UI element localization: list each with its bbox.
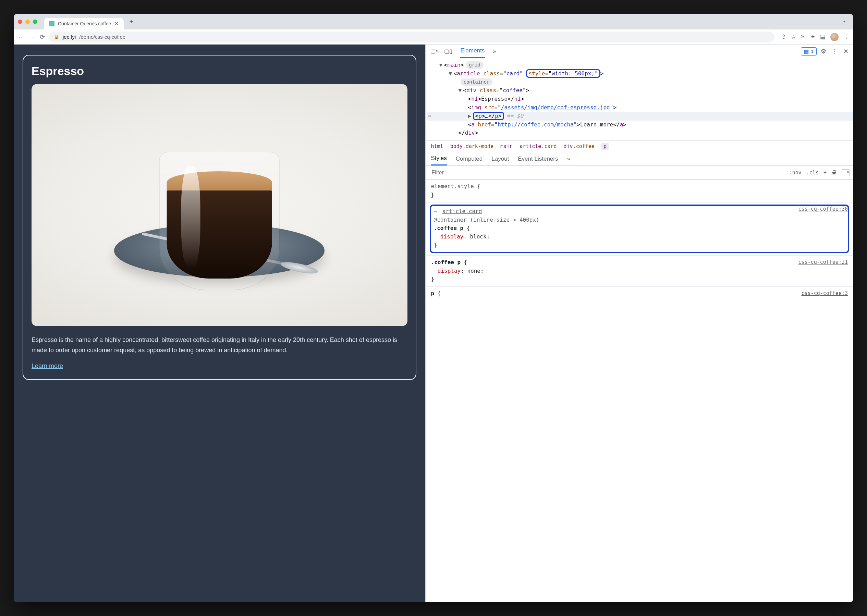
- devtools-tabs: Elements »: [460, 44, 797, 58]
- styles-filter-input[interactable]: [431, 169, 784, 176]
- kebab-menu-icon[interactable]: ⋮: [832, 48, 838, 55]
- devtools-toolbar: ⬚↖ ▢▯ Elements » ▤ 1 ⚙ ⋮ ✕: [426, 44, 854, 58]
- styles-tabs-overflow-icon[interactable]: »: [567, 153, 570, 165]
- minimize-window-button[interactable]: [25, 19, 30, 24]
- container-badge[interactable]: container: [461, 79, 493, 86]
- devtools: ⬚↖ ▢▯ Elements » ▤ 1 ⚙ ⋮ ✕: [425, 44, 854, 602]
- maximize-window-button[interactable]: [33, 19, 37, 24]
- crumb-html[interactable]: html: [431, 143, 444, 149]
- favicon-icon: [49, 21, 55, 27]
- close-devtools-icon[interactable]: ✕: [843, 48, 848, 55]
- learn-more-link[interactable]: Learn more: [31, 363, 63, 369]
- titlebar: Container Queries coffee ✕ +: [14, 14, 853, 30]
- selected-marker: == $0: [507, 113, 523, 119]
- rule-p[interactable]: css-cq-coffee:3 p {: [426, 287, 854, 301]
- tab-event-listeners[interactable]: Event Listeners: [518, 153, 558, 165]
- rule-element-style[interactable]: element.style { }: [426, 179, 854, 203]
- card-paragraph: Espresso is the name of a highly concent…: [31, 335, 408, 355]
- highlighted-container-rule: → article.card @container (inline-size >…: [430, 204, 850, 253]
- styles-filter-bar: :hov .cls + 🖶: [426, 166, 854, 179]
- close-tab-icon[interactable]: ✕: [115, 20, 119, 27]
- tab-title: Container Queries coffee: [58, 21, 111, 27]
- rendered-page: Espresso Espresso is the name of a highl…: [14, 44, 425, 602]
- highlighted-p-node: <p>…</p>: [473, 112, 504, 120]
- devtools-right-actions: ⚙ ⋮ ✕: [821, 48, 848, 55]
- settings-gear-icon[interactable]: ⚙: [821, 48, 826, 55]
- menu-icon[interactable]: ⋮: [843, 33, 849, 41]
- crumb-div[interactable]: div.coffee: [564, 143, 595, 149]
- url-host: jec.fyi: [63, 34, 76, 40]
- tab-styles[interactable]: Styles: [431, 152, 447, 165]
- rule-container-query[interactable]: css-cq-coffee:30 → article.card @contain…: [426, 203, 854, 256]
- dom-node-main[interactable]: ▼<main>grid: [427, 61, 854, 69]
- container-origin-link[interactable]: article.card: [442, 208, 482, 214]
- styles-rules: element.style { } css-cq-coffee:30 → art…: [426, 179, 854, 602]
- rule-source-link[interactable]: css-cq-coffee:3: [801, 289, 848, 297]
- card-heading: Espresso: [31, 64, 408, 78]
- dom-node-div-close[interactable]: </div>: [427, 129, 854, 137]
- dom-node-a[interactable]: <a href="http://coffee.com/mocha">Learn …: [427, 121, 854, 129]
- dom-breadcrumb[interactable]: html body.dark-mode main article.card di…: [426, 140, 854, 152]
- url-path: /demo/css-cq-coffee: [79, 34, 126, 40]
- reload-button[interactable]: ⟳: [40, 34, 45, 40]
- crumb-p[interactable]: p: [601, 143, 609, 150]
- cls-toggle[interactable]: .cls: [806, 170, 819, 176]
- coffee-image: [31, 84, 408, 326]
- coffee-card: Espresso Espresso is the name of a highl…: [23, 55, 416, 380]
- highlighted-style-attr: style="width: 500px;": [526, 69, 600, 78]
- new-tab-button[interactable]: +: [126, 17, 136, 27]
- crumb-body[interactable]: body.dark-mode: [450, 143, 494, 149]
- toolbar-actions: ⇪ ☆ ✂︎ ✦ ▤ ⋮: [781, 33, 849, 41]
- issues-count: 1: [811, 48, 814, 54]
- tab-elements[interactable]: Elements: [460, 44, 486, 58]
- rule-coffee-p[interactable]: css-cq-coffee:21 .coffee p { display: no…: [426, 256, 854, 287]
- address-bar[interactable]: 🔒 jec.fyi/demo/css-cq-coffee: [49, 31, 774, 42]
- back-button[interactable]: ←: [18, 34, 24, 40]
- profile-avatar[interactable]: [830, 33, 839, 41]
- grid-badge[interactable]: grid: [466, 61, 483, 69]
- new-rule-button[interactable]: +: [823, 170, 826, 176]
- extensions-icon[interactable]: ✦: [810, 33, 815, 41]
- tab-computed[interactable]: Computed: [456, 153, 483, 165]
- nav-buttons: ← → ⟳: [18, 34, 45, 40]
- tabs-overflow-icon[interactable]: »: [492, 45, 497, 58]
- dom-tree[interactable]: ▼<main>grid ▼<article class="card" style…: [426, 58, 854, 140]
- toolbar: ← → ⟳ 🔒 jec.fyi/demo/css-cq-coffee ⇪ ☆ ✂…: [14, 30, 853, 44]
- dom-node-h1[interactable]: <h1>Espresso</h1>: [427, 95, 854, 104]
- styles-pane-tabs: Styles Computed Layout Event Listeners »: [426, 152, 854, 166]
- dom-container-badge-row: container: [427, 78, 854, 87]
- reader-icon[interactable]: ▤: [820, 33, 826, 41]
- window-controls: [18, 19, 37, 24]
- rule-source-link[interactable]: css-cq-coffee:21: [798, 258, 848, 266]
- inspect-icon[interactable]: ⬚↖: [430, 48, 440, 55]
- browser-tab[interactable]: Container Queries coffee ✕: [44, 18, 124, 30]
- sidebar-toggle-icon[interactable]: [842, 169, 850, 176]
- bookmark-icon[interactable]: ☆: [791, 33, 796, 41]
- content-area: Espresso Espresso is the name of a highl…: [14, 44, 853, 602]
- cup-shape: [159, 152, 280, 290]
- forward-button[interactable]: →: [29, 34, 35, 40]
- share-icon[interactable]: ⇪: [781, 33, 786, 41]
- close-window-button[interactable]: [18, 19, 22, 24]
- dom-node-img[interactable]: <img src="/assets/img/demo/cof-espresso.…: [427, 104, 854, 112]
- lock-icon: 🔒: [54, 34, 59, 39]
- rule-source-link[interactable]: css-cq-coffee:30: [798, 205, 848, 213]
- device-styles-icon[interactable]: 🖶: [831, 170, 837, 176]
- device-toggle-icon[interactable]: ▢▯: [444, 48, 452, 55]
- dom-node-article[interactable]: ▼<article class="card" style="width: 500…: [427, 69, 854, 78]
- chat-icon: ▤: [804, 48, 809, 55]
- scissors-icon[interactable]: ✂︎: [801, 33, 806, 41]
- tab-layout[interactable]: Layout: [491, 153, 509, 165]
- dom-node-div[interactable]: ▼<div class="coffee">: [427, 86, 854, 95]
- hov-toggle[interactable]: :hov: [789, 170, 801, 176]
- crumb-main[interactable]: main: [500, 143, 513, 149]
- browser-window: Container Queries coffee ✕ + ← → ⟳ 🔒 jec…: [14, 14, 853, 602]
- tabs-overflow-button[interactable]: [840, 17, 849, 27]
- dom-node-p-selected[interactable]: ▶<p>…</p>== $0: [427, 112, 854, 121]
- issues-badge[interactable]: ▤ 1: [801, 47, 817, 55]
- crumb-article[interactable]: article.card: [519, 143, 557, 149]
